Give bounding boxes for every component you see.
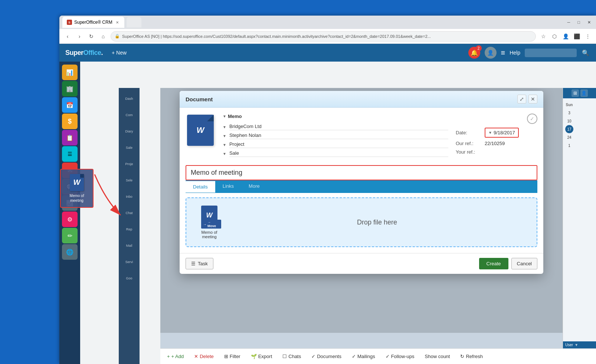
sidebar-item-diary[interactable]: 📅 bbox=[62, 97, 78, 113]
documents-toolbar-btn[interactable]: ✓ Documents bbox=[309, 352, 344, 361]
hamburger-menu-icon[interactable]: ≡ bbox=[501, 49, 505, 57]
word-w-letter: W bbox=[73, 178, 81, 187]
cal-day-24[interactable]: 24 bbox=[565, 133, 573, 141]
user-avatar[interactable]: 👤 bbox=[485, 47, 497, 59]
proje-label-item: Proje bbox=[119, 156, 140, 172]
sidebar-item-projects[interactable]: 📋 bbox=[62, 130, 78, 145]
doc-type-dropdown[interactable]: ▼ Memo bbox=[223, 114, 242, 119]
notification-bell[interactable]: 🔔 2 bbox=[468, 47, 480, 59]
forward-btn[interactable]: › bbox=[75, 32, 84, 41]
dialog-close-btn[interactable]: ✕ bbox=[528, 95, 537, 104]
cancel-button[interactable]: Cancel bbox=[511, 258, 537, 269]
refresh-toolbar-btn[interactable]: ↻ Refresh bbox=[458, 352, 485, 361]
sidebar-item-marketing[interactable]: ⚙ bbox=[62, 211, 78, 227]
sidebar-item-companies[interactable]: 🏢 bbox=[62, 81, 78, 96]
delete-toolbar-btn[interactable]: ✕ Delete bbox=[192, 352, 216, 361]
profile-icon[interactable]: 👤 bbox=[561, 32, 570, 41]
refresh-browser-btn[interactable]: ↻ bbox=[87, 32, 96, 41]
tab-links[interactable]: Links bbox=[215, 180, 241, 193]
diary-icon: 📅 bbox=[66, 102, 73, 109]
window-controls: ─ □ ✕ bbox=[565, 19, 593, 26]
word-icon-letter: W bbox=[206, 211, 213, 219]
documents-check-icon: ✓ bbox=[311, 354, 315, 359]
filter-toolbar-btn[interactable]: ⊞ Filter bbox=[222, 352, 243, 361]
sun-header: Sun bbox=[565, 101, 573, 109]
mailings-toolbar-btn[interactable]: ✓ Mailings bbox=[350, 352, 377, 361]
service-icon: ✏ bbox=[68, 232, 72, 239]
date-dropdown-arrow: ▼ bbox=[488, 131, 492, 135]
sale-dropdown[interactable]: ▼ bbox=[223, 152, 226, 156]
dialog-expand-btn[interactable]: ⤢ bbox=[517, 95, 526, 104]
dialog-overlay: Document ⤢ ✕ bbox=[160, 88, 563, 333]
memo-sidebar-floating-item[interactable]: W Memo ofmeeting bbox=[60, 169, 94, 208]
browser-tab[interactable]: S SuperOffice® CRM ✕ bbox=[62, 17, 124, 28]
export-toolbar-btn[interactable]: 🌱 Export bbox=[249, 352, 275, 361]
calendar-grid-btn[interactable]: ⊞ bbox=[572, 89, 579, 97]
user-filter-icon[interactable]: ▼ bbox=[574, 343, 578, 347]
dash-label: Dash bbox=[125, 97, 133, 101]
win-close-btn[interactable]: ✕ bbox=[585, 19, 593, 26]
dialog-header-icons: ⤢ ✕ bbox=[517, 95, 537, 104]
mail-label: Mail bbox=[126, 244, 132, 247]
bookmark-icon[interactable]: ☆ bbox=[539, 32, 548, 41]
tab-more[interactable]: More bbox=[241, 180, 267, 193]
cal-week2: 10 bbox=[565, 117, 594, 125]
project-dropdown[interactable]: ▼ bbox=[223, 143, 226, 147]
selection-icon: ☰ bbox=[68, 151, 72, 157]
back-btn[interactable]: ‹ bbox=[63, 32, 72, 41]
sele-label: Sele bbox=[126, 178, 132, 182]
calendar-person-btn[interactable]: 👤 bbox=[580, 89, 588, 97]
word-letter: W bbox=[197, 125, 204, 135]
cal-day-17[interactable]: 17 bbox=[565, 125, 573, 133]
contact-value: Stephen Nolan bbox=[229, 132, 448, 139]
sidebar-item-sales[interactable]: $ bbox=[62, 114, 78, 129]
company-dropdown[interactable]: ▼ bbox=[223, 125, 226, 129]
date-field[interactable]: ▼ 9/18/2017 bbox=[485, 128, 519, 138]
doc-icon-container: W bbox=[186, 114, 215, 147]
search-icon[interactable]: 🔍 bbox=[581, 48, 590, 57]
new-tab[interactable] bbox=[127, 17, 141, 27]
document-dialog: Document ⤢ ✕ bbox=[180, 91, 543, 274]
help-link[interactable]: Help bbox=[510, 50, 520, 56]
extensions-icon[interactable]: ⬛ bbox=[572, 32, 581, 41]
chats-toolbar-btn[interactable]: ☐ Chats bbox=[280, 352, 303, 361]
home-btn[interactable]: ⌂ bbox=[99, 32, 108, 41]
com-label: Com bbox=[125, 113, 132, 117]
win-minimize-btn[interactable]: ─ bbox=[565, 19, 573, 25]
sidebar-item-selection[interactable]: ☰ bbox=[62, 146, 78, 162]
drop-zone[interactable]: W → → Move Memo ofmeeting bbox=[186, 197, 537, 247]
navbar-right: 🔔 2 👤 ≡ Help 🔍 bbox=[468, 47, 590, 59]
show-count-toolbar-btn[interactable]: Show count bbox=[423, 352, 452, 361]
notification-badge: 2 bbox=[476, 45, 482, 51]
cal-day-3[interactable]: 3 bbox=[565, 109, 573, 117]
followups-toolbar-btn[interactable]: ✓ Follow-ups bbox=[383, 352, 417, 361]
sale-label-item: Sale bbox=[119, 140, 140, 155]
address-box[interactable]: 🔒 SuperOffice AS [NO] | https://sod.supe… bbox=[111, 31, 536, 42]
global-search-input[interactable] bbox=[525, 49, 577, 57]
cast-icon[interactable]: ⬡ bbox=[550, 32, 559, 41]
cal-day-10[interactable]: 10 bbox=[565, 117, 573, 125]
tab-close-btn[interactable]: ✕ bbox=[115, 20, 120, 25]
create-button[interactable]: Create bbox=[479, 258, 508, 269]
sidebar-item-service[interactable]: ✏ bbox=[62, 228, 78, 243]
followups-check-icon: ✓ bbox=[386, 354, 390, 359]
contact-dropdown[interactable]: ▼ bbox=[223, 134, 226, 138]
sidebar-item-dashboard[interactable]: 📊 bbox=[62, 65, 78, 80]
new-button[interactable]: + New bbox=[109, 48, 130, 57]
address-bar: ‹ › ↻ ⌂ 🔒 SuperOffice AS [NO] | https://… bbox=[59, 29, 596, 44]
subject-field[interactable]: Memo of meeting bbox=[186, 165, 537, 180]
win-maximize-btn[interactable]: □ bbox=[575, 19, 582, 25]
cal-day-1[interactable]: 1 bbox=[565, 141, 573, 150]
completed-checkmark[interactable]: ✓ bbox=[527, 114, 537, 124]
sidebar-item-google[interactable]: 🌐 bbox=[62, 244, 78, 260]
servi-label-item: Servi bbox=[119, 254, 140, 270]
chats-checkbox-icon: ☐ bbox=[282, 354, 287, 359]
company-value: BridgeCom Ltd bbox=[229, 124, 448, 130]
our-ref-value: 22/10259 bbox=[485, 141, 505, 146]
tab-details[interactable]: Details bbox=[186, 181, 215, 193]
task-button[interactable]: ☰ Task bbox=[186, 258, 213, 269]
menu-dots-icon[interactable]: ⋮ bbox=[583, 32, 592, 41]
add-toolbar-btn[interactable]: + + Add bbox=[165, 352, 186, 361]
word-doc-icon: W bbox=[187, 115, 214, 146]
file-label: Memo ofmeeting bbox=[202, 230, 217, 239]
